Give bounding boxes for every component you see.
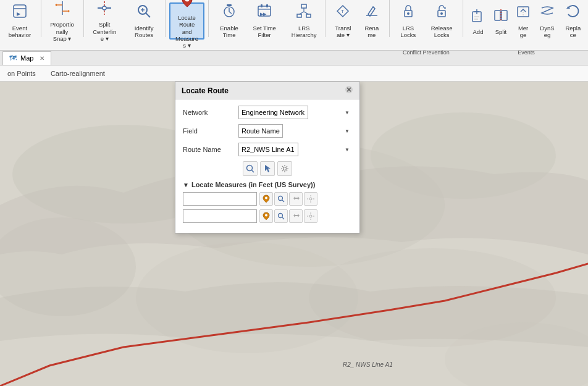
field-row: Field Route Name Route ID	[183, 124, 352, 138]
merge-btn[interactable]: Merge	[513, 2, 534, 40]
rename-btn[interactable]: Rename	[358, 2, 385, 40]
event-behavior-btn[interactable]: ▶ Event behavior	[2, 2, 37, 40]
set-time-filter-icon: ▶▶	[256, 3, 272, 23]
divider-6	[389, 0, 390, 37]
route-name-select[interactable]: R2_NWS Line A1 R3_NWS Line A1	[238, 143, 298, 156]
locate-route-btn[interactable]: Locate Route and Measures ▾	[169, 2, 204, 40]
locate-panel-close[interactable]	[345, 85, 353, 96]
translate-label: Translate ▾	[334, 25, 353, 39]
events-label: Events	[464, 49, 588, 57]
measure-row-2	[183, 209, 352, 223]
toolbar-section-event-behavior: ▶ Event behavior	[0, 0, 40, 50]
set-time-filter-btn[interactable]: ▶▶ Set Time Filter	[247, 2, 282, 40]
measures-arrow: ▼	[183, 182, 189, 188]
svg-point-69	[265, 197, 267, 199]
split-centerline-btn[interactable]: Split Centerline ▾	[87, 2, 122, 40]
svg-point-36	[407, 12, 410, 15]
rename-label: Rename	[363, 25, 381, 39]
enable-time-label: Enable Time	[217, 25, 242, 39]
svg-point-72	[309, 198, 312, 200]
release-locks-btn[interactable]: Release Locks	[424, 2, 459, 40]
measure-settings-2[interactable]	[304, 209, 317, 223]
svg-line-34	[373, 7, 375, 9]
field-select[interactable]: Route Name Route ID	[238, 124, 283, 138]
locate-measures-header[interactable]: ▼ Locate Measures (in Feet (US Survey))	[183, 181, 352, 188]
conflict-prevention-label: Conflict Prevention	[391, 49, 462, 57]
svg-line-12	[146, 13, 150, 17]
measure-pin-1[interactable]	[259, 192, 273, 206]
sub-bar-on-points[interactable]: on Points	[5, 69, 38, 78]
network-label: Network	[183, 109, 238, 116]
divider-4	[208, 0, 209, 37]
map-tab[interactable]: 🗺 Map ✕	[2, 51, 51, 65]
divider-3	[165, 0, 166, 37]
add-btn[interactable]: Add	[467, 2, 489, 40]
measure-move-2[interactable]	[289, 209, 303, 223]
svg-line-71	[282, 200, 284, 202]
divider-2	[83, 0, 84, 37]
dynseg-label: DynSeg	[539, 25, 555, 39]
sub-bar-carto[interactable]: Carto-realignment	[48, 69, 107, 78]
toolbar-section-translate: T Translate ▾ Rename	[327, 0, 388, 50]
field-label: Field	[183, 127, 238, 135]
divider-7	[463, 0, 463, 37]
route-name-select-wrapper: R2_NWS Line A1 R3_NWS Line A1	[238, 143, 352, 156]
snap-label: Proportionally Snap ▾	[49, 21, 75, 42]
svg-text:▶▶: ▶▶	[260, 12, 267, 16]
measures-label: Locate Measures (in Feet (US Survey))	[191, 181, 316, 188]
measure-icons-1	[259, 192, 317, 206]
search-route-btn[interactable]	[243, 161, 258, 176]
measure-input-2[interactable]	[183, 209, 257, 223]
cursor-route-btn[interactable]	[260, 161, 275, 176]
dynseg-btn[interactable]: DynSeg	[535, 2, 559, 40]
svg-text:T: T	[341, 9, 344, 14]
svg-rect-20	[227, 4, 232, 6]
identify-routes-btn[interactable]: Identify Routes	[127, 2, 161, 40]
identify-routes-label: Identify Routes	[131, 25, 157, 39]
svg-line-67	[252, 170, 254, 173]
release-locks-label: Release Locks	[429, 25, 455, 39]
sub-bar: on Points Carto-realignment	[0, 65, 588, 82]
locate-route-icon	[179, 0, 195, 13]
settings-route-btn[interactable]	[277, 161, 292, 176]
merge-icon	[516, 3, 530, 23]
route-name-label: Route Name	[183, 146, 238, 153]
replace-icon	[566, 3, 581, 23]
measure-icons-2	[259, 209, 317, 223]
svg-rect-27	[297, 14, 301, 17]
replace-btn[interactable]: Replace	[561, 2, 586, 40]
measure-move-1[interactable]	[289, 192, 303, 206]
toolbar-section-locate: Locate Route and Measures ▾	[167, 0, 207, 50]
map-area: R2_ NWS Line A1 R3_NWS Line A1 Locate Ro…	[0, 82, 588, 386]
translate-icon: T	[335, 3, 351, 23]
split-events-label: Split	[495, 28, 506, 35]
release-locks-icon	[434, 3, 450, 23]
measure-settings-1[interactable]	[304, 192, 317, 206]
svg-text:R2_ NWS Line A1: R2_ NWS Line A1	[343, 361, 393, 368]
translate-btn[interactable]: T Translate ▾	[329, 2, 357, 40]
split-centerline-label: Split Centerline ▾	[91, 21, 117, 42]
measure-input-1[interactable]	[183, 192, 257, 206]
measure-search-2[interactable]	[274, 209, 288, 223]
enable-time-btn[interactable]: Enable Time	[212, 2, 246, 40]
svg-point-70	[279, 196, 283, 201]
lrs-locks-btn[interactable]: LRS Locks	[393, 2, 423, 40]
svg-text:▶: ▶	[17, 11, 21, 17]
svg-marker-7	[68, 10, 70, 12]
split-events-btn[interactable]: Split	[490, 2, 511, 40]
measure-pin-2[interactable]	[259, 209, 273, 223]
toolbar-section-snap: Proportionally Snap ▾	[43, 0, 82, 50]
svg-rect-26	[301, 4, 306, 8]
network-select[interactable]: Engineering Network Highway Network	[238, 106, 308, 119]
lrs-hierarchy-btn[interactable]: LRS Hierarchy	[287, 2, 321, 40]
svg-line-19	[229, 12, 232, 14]
map-tab-close[interactable]: ✕	[40, 55, 44, 62]
locate-panel-body: Network Engineering Network Highway Netw…	[175, 99, 359, 233]
proportionally-snap-btn[interactable]: Proportionally Snap ▾	[45, 2, 80, 40]
locate-panel: Locate Route Network Engineering Network…	[175, 82, 360, 233]
map-tab-icon: 🗺	[9, 54, 17, 62]
svg-rect-23	[261, 4, 262, 7]
add-label: Add	[473, 28, 484, 35]
svg-rect-24	[266, 4, 268, 7]
measure-search-1[interactable]	[274, 192, 288, 206]
